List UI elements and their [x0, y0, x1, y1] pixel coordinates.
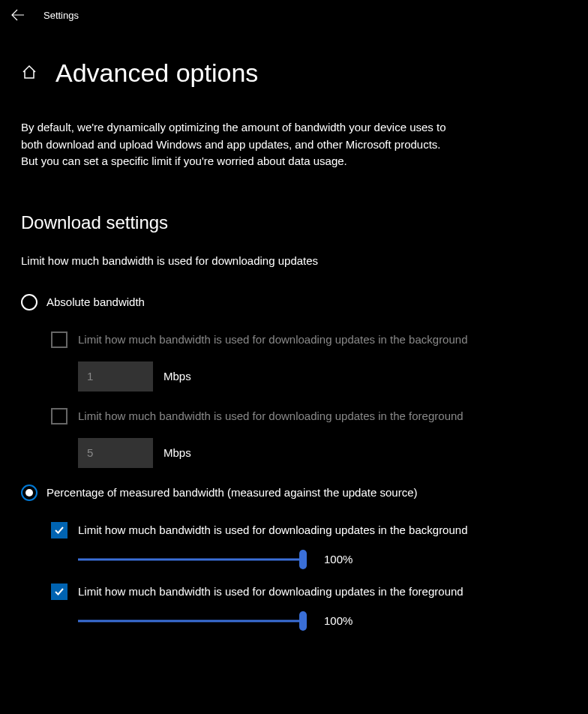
radio-icon — [21, 294, 38, 310]
absolute-bg-input[interactable] — [78, 362, 153, 392]
absolute-bg-input-row: Mbps — [51, 362, 567, 392]
checkbox-percentage-foreground[interactable]: Limit how much bandwidth is used for dow… — [51, 584, 567, 600]
slider-thumb — [299, 550, 307, 569]
absolute-fg-input-row: Mbps — [51, 438, 567, 468]
checkmark-icon — [53, 524, 65, 536]
page-header: Advanced options — [21, 58, 567, 88]
checkbox-icon — [51, 522, 68, 538]
radio-absolute-label: Absolute bandwidth — [46, 296, 145, 308]
checkbox-icon — [51, 584, 68, 600]
checkbox-absolute-fg-label: Limit how much bandwidth is used for dow… — [78, 410, 464, 422]
percentage-bg-slider[interactable] — [78, 552, 303, 567]
checkbox-absolute-bg-label: Limit how much bandwidth is used for dow… — [78, 333, 468, 346]
intro-text: By default, we're dynamically optimizing… — [21, 119, 456, 170]
checkbox-percentage-background[interactable]: Limit how much bandwidth is used for dow… — [51, 522, 567, 538]
slider-track — [78, 558, 303, 560]
download-section-subtitle: Limit how much bandwidth is used for dow… — [21, 254, 567, 267]
radio-absolute-bandwidth[interactable]: Absolute bandwidth — [21, 294, 567, 310]
checkbox-icon — [51, 332, 68, 348]
slider-track — [78, 620, 303, 622]
percentage-fg-slider[interactable] — [78, 614, 303, 628]
percentage-sub-options: Limit how much bandwidth is used for dow… — [21, 522, 567, 628]
percentage-bg-value: 100% — [324, 553, 352, 566]
absolute-bg-unit: Mbps — [164, 370, 191, 382]
checkmark-icon — [53, 586, 65, 598]
absolute-sub-options: Limit how much bandwidth is used for dow… — [21, 332, 567, 468]
percentage-fg-value: 100% — [324, 614, 352, 627]
slider-thumb — [299, 611, 307, 631]
percentage-fg-slider-row: 100% — [51, 614, 567, 628]
content: Advanced options By default, we're dynam… — [0, 30, 588, 628]
checkbox-percentage-fg-label: Limit how much bandwidth is used for dow… — [78, 585, 464, 598]
page-title: Advanced options — [56, 58, 258, 88]
checkbox-percentage-bg-label: Limit how much bandwidth is used for dow… — [78, 524, 468, 536]
home-button[interactable] — [21, 64, 38, 83]
absolute-fg-unit: Mbps — [164, 446, 191, 459]
checkbox-absolute-background[interactable]: Limit how much bandwidth is used for dow… — [51, 332, 567, 348]
checkbox-absolute-foreground[interactable]: Limit how much bandwidth is used for dow… — [51, 408, 567, 424]
titlebar: Settings — [0, 0, 588, 30]
absolute-fg-input[interactable] — [78, 438, 153, 468]
back-arrow-icon — [11, 8, 25, 22]
app-name: Settings — [44, 10, 79, 21]
download-section-title: Download settings — [21, 212, 567, 233]
radio-icon — [21, 484, 38, 501]
radio-percentage-bandwidth[interactable]: Percentage of measured bandwidth (measur… — [21, 484, 567, 501]
back-button[interactable] — [10, 8, 26, 22]
checkbox-icon — [51, 408, 68, 424]
radio-percentage-label: Percentage of measured bandwidth (measur… — [46, 486, 417, 499]
percentage-bg-slider-row: 100% — [51, 552, 567, 567]
home-icon — [21, 64, 38, 80]
